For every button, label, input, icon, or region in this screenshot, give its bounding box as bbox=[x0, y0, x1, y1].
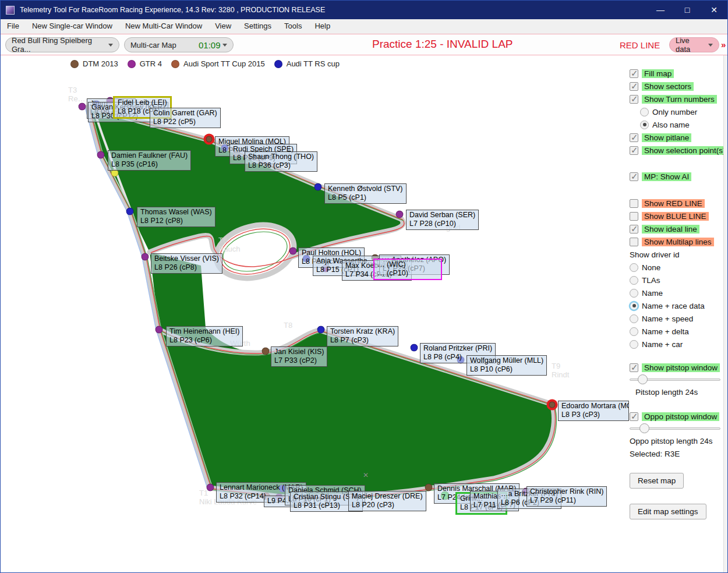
checkbox-fill-map[interactable]: Fill map bbox=[630, 67, 727, 80]
slider-oppo-pitstop-length[interactable] bbox=[630, 423, 720, 434]
radio-label: Also name bbox=[652, 121, 690, 129]
dot-marschall[interactable] bbox=[425, 484, 433, 491]
driver-label-heinemann[interactable]: Tim Heinemann (HEI)L8 P23 (cP6) bbox=[166, 326, 243, 346]
driver-label-wasel[interactable]: Thomas Wasel (WAS)L8 P12 (cP8) bbox=[137, 207, 215, 227]
chevron-down-icon bbox=[222, 44, 227, 47]
driver-name: Tim Heinemann (HEI) bbox=[169, 327, 239, 336]
checkbox-show-pitlane[interactable]: Show pitlane bbox=[630, 131, 727, 144]
session-status: Practice 1:25 - INVALID LAP bbox=[372, 38, 513, 51]
dot-pritzker[interactable] bbox=[411, 344, 418, 352]
slider-pitstop-length[interactable] bbox=[630, 374, 720, 385]
radio-name-car[interactable]: Name + car bbox=[630, 338, 727, 351]
checkbox-icon bbox=[630, 412, 638, 421]
menu-file[interactable]: File bbox=[1, 19, 26, 34]
menu-tools[interactable]: Tools bbox=[278, 19, 308, 34]
legend-item-dtm-2013: DTM 2013 bbox=[70, 59, 118, 68]
driver-label-garrett[interactable]: Colin Garrett (GAR)L8 P22 (cP5) bbox=[150, 108, 221, 128]
minimize-icon[interactable]: — bbox=[647, 1, 674, 19]
driver-label-serban[interactable]: David Serban (SER)L7 P28 (cP10) bbox=[406, 210, 479, 230]
radio-also-name[interactable]: Also name bbox=[640, 118, 727, 131]
radio-tlas[interactable]: TLAs bbox=[630, 274, 727, 286]
maximize-icon[interactable]: □ bbox=[674, 1, 701, 19]
menu-settings[interactable]: Settings bbox=[238, 19, 278, 34]
turn-label-t9: T9 Rindt bbox=[552, 362, 569, 379]
scrollbar[interactable] bbox=[723, 55, 727, 572]
menu-view[interactable]: View bbox=[208, 19, 238, 34]
driver-race-data: L8 P22 (cP5) bbox=[153, 118, 217, 126]
driver-name: Shaun Thong (THO) bbox=[248, 153, 314, 161]
driver-label-mueller[interactable]: Wolfgang Müller (MLL)L8 P10 (cP6) bbox=[467, 355, 547, 376]
checkbox-show-red-line[interactable]: Show RED LINE bbox=[630, 197, 727, 210]
data-source-selector[interactable]: Live data bbox=[669, 37, 719, 52]
radio-only-number[interactable]: Only number bbox=[640, 105, 727, 118]
dot-heinemann[interactable] bbox=[156, 326, 163, 334]
radio-none[interactable]: None bbox=[630, 261, 727, 274]
dot-faulkner[interactable] bbox=[97, 151, 105, 159]
checkbox-show-pitstop-window[interactable]: Show pitstop window bbox=[630, 361, 727, 374]
button-edit-map-settings[interactable]: Edit map settings bbox=[630, 504, 706, 519]
checkbox-show-sectors[interactable]: Show sectors bbox=[630, 80, 727, 93]
button-reset-map[interactable]: Reset map bbox=[630, 473, 684, 489]
turn-label-t6: T6 Rauch bbox=[218, 236, 241, 253]
driver-label-ostvold[interactable]: Kenneth Østvold (STV)L8 P5 (cP1) bbox=[324, 183, 407, 204]
checkbox-oppo-pitstop-window[interactable]: Oppo pitstop window bbox=[630, 410, 727, 423]
driver-label-rink[interactable]: Christopher Rink (RIN)L7 P29 (cP11) bbox=[526, 486, 607, 507]
slider-thumb[interactable] bbox=[639, 423, 649, 433]
radio-label: Name + car bbox=[642, 340, 683, 349]
driver-name: Jan Kisiel (KIS) bbox=[274, 348, 324, 356]
turn-label-t3: T3 Re… bbox=[68, 86, 86, 103]
driver-label-kratz[interactable]: Torsten Kratz (KRA)L8 P7 (cP3) bbox=[327, 326, 398, 346]
track-selector[interactable]: Red Bull Ring Spielberg Gra... bbox=[5, 37, 119, 52]
dot-car-1[interactable] bbox=[79, 103, 86, 111]
checkbox-mp-show-ai[interactable]: MP: Show AI bbox=[630, 170, 727, 183]
slider-thumb[interactable] bbox=[638, 374, 648, 384]
radio-name-race-data[interactable]: Name + race data bbox=[630, 299, 727, 312]
radio-name-speed[interactable]: Name + speed bbox=[630, 312, 727, 325]
driver-label-dreszer[interactable]: Maciej Dreszer (DRE)L8 P20 (cP3) bbox=[348, 491, 426, 511]
radio-name[interactable]: Name bbox=[630, 286, 727, 299]
driver-label-visser[interactable]: Beitske Visser (VIS)L8 P26 (cP8) bbox=[151, 253, 222, 274]
radio-label: Name + speed bbox=[642, 314, 693, 323]
dot-selection-2[interactable] bbox=[549, 402, 556, 408]
toolbar-overflow-icon[interactable]: » bbox=[721, 40, 726, 49]
close-icon[interactable]: ✕ bbox=[701, 1, 727, 19]
radio-label: Name bbox=[642, 289, 663, 298]
driver-race-data: L8 P36 (cP3) bbox=[248, 161, 314, 170]
dot-ostvold[interactable] bbox=[314, 183, 322, 191]
driver-label-thong[interactable]: Shaun Thong (THO)L8 P36 (cP3) bbox=[245, 151, 317, 172]
radio-icon bbox=[630, 327, 638, 336]
driver-label-kisiel[interactable]: Jan Kisiel (KIS)L7 P33 (cP2) bbox=[271, 346, 327, 367]
close-marker-icon[interactable]: ✕ bbox=[363, 471, 369, 479]
driver-label-wic[interactable]: … (WIC)… (cP10) bbox=[373, 259, 442, 280]
dot-kisiel[interactable] bbox=[262, 348, 270, 355]
driver-name: Wolfgang Müller (MLL) bbox=[470, 356, 543, 365]
checkbox-show-selection-points[interactable]: Show selection point(s) bbox=[630, 144, 727, 157]
driver-label-mortara[interactable]: Edoardo Mortara (MORL8 P3 (cP3) bbox=[558, 401, 629, 421]
driver-name: Kenneth Østvold (STV) bbox=[328, 185, 403, 193]
driver-race-data: L8 P26 (cP8) bbox=[154, 263, 219, 272]
menu-new-multi-car-window[interactable]: New Multi-Car Window bbox=[119, 19, 208, 34]
dot-selection-1[interactable] bbox=[206, 136, 213, 143]
dot-visser[interactable] bbox=[142, 253, 149, 261]
dot-marioneck[interactable] bbox=[207, 484, 214, 491]
dot-serban[interactable] bbox=[396, 211, 404, 218]
checkbox-label: Oppo pitstop window bbox=[642, 412, 719, 421]
checkbox-show-turn-numbers[interactable]: Show Turn numbers bbox=[630, 93, 727, 105]
driver-label-faulkner[interactable]: Damien Faulkner (FAU)L8 P35 (cP16) bbox=[108, 150, 191, 171]
driver-race-data: L8 P10 (cP6) bbox=[470, 365, 543, 374]
dot-kratz[interactable] bbox=[317, 326, 325, 334]
dot-wasel[interactable] bbox=[126, 208, 134, 215]
driver-name: Damien Faulkner (FAU) bbox=[111, 151, 188, 160]
menu-help[interactable]: Help bbox=[308, 19, 337, 34]
dot-holton[interactable] bbox=[289, 247, 297, 255]
radio-name-delta[interactable]: Name + delta bbox=[630, 325, 727, 338]
checkbox-label: Show RED LINE bbox=[642, 199, 705, 208]
driver-name: Beitske Visser (VIS) bbox=[154, 254, 219, 263]
checkbox-show-multilap-lines[interactable]: Show Multilap lines bbox=[630, 235, 727, 248]
checkbox-label: Show sectors bbox=[642, 82, 694, 91]
legend-label: Audi Sport TT Cup 2015 bbox=[183, 59, 265, 68]
checkbox-show-blue-line[interactable]: Show BLUE LINE bbox=[630, 210, 727, 222]
driver-race-data: L7 P29 (cP11) bbox=[530, 496, 603, 505]
checkbox-show-ideal-line[interactable]: Show ideal line bbox=[630, 222, 727, 235]
menu-new-single-car-window[interactable]: New Single-car Window bbox=[26, 19, 119, 34]
